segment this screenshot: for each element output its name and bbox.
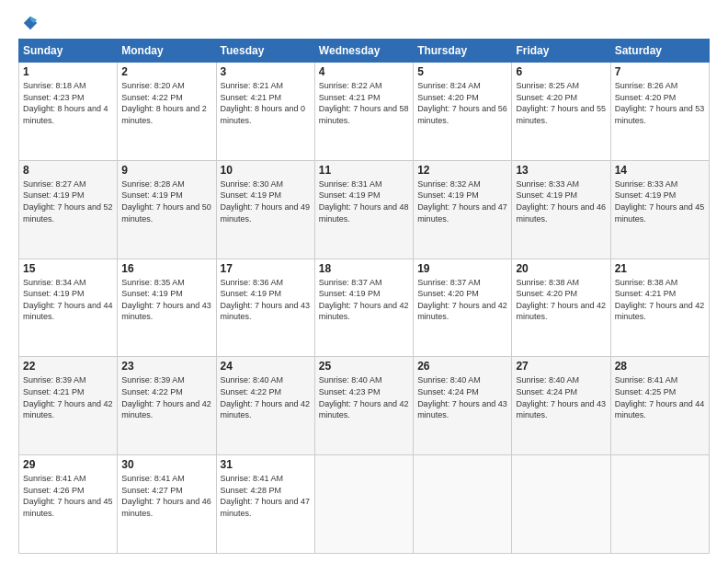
- day-number: 26: [417, 360, 507, 373]
- day-cell: 16 Sunrise: 8:35 AMSunset: 4:19 PMDaylig…: [118, 259, 216, 357]
- day-cell: 9 Sunrise: 8:28 AMSunset: 4:19 PMDayligh…: [118, 160, 216, 259]
- cell-text: Sunrise: 8:33 AMSunset: 4:19 PMDaylight:…: [615, 179, 705, 224]
- day-cell: 12 Sunrise: 8:32 AMSunset: 4:19 PMDaylig…: [414, 160, 512, 259]
- day-number: 18: [319, 262, 409, 275]
- day-number: 17: [221, 262, 311, 275]
- day-cell: 30 Sunrise: 8:41 AMSunset: 4:27 PMDaylig…: [118, 455, 216, 554]
- day-cell: 15 Sunrise: 8:34 AMSunset: 4:19 PMDaylig…: [19, 259, 118, 357]
- day-cell: 29 Sunrise: 8:41 AMSunset: 4:26 PMDaylig…: [19, 455, 118, 554]
- day-cell: 25 Sunrise: 8:40 AMSunset: 4:23 PMDaylig…: [314, 357, 413, 455]
- day-number: 1: [23, 65, 113, 78]
- day-cell: 2 Sunrise: 8:20 AMSunset: 4:22 PMDayligh…: [118, 63, 216, 161]
- cell-text: Sunrise: 8:24 AMSunset: 4:20 PMDaylight:…: [417, 81, 507, 125]
- day-cell: 13 Sunrise: 8:33 AMSunset: 4:19 PMDaylig…: [512, 160, 610, 259]
- day-cell: 24 Sunrise: 8:40 AMSunset: 4:22 PMDaylig…: [216, 357, 314, 455]
- day-cell: 5 Sunrise: 8:24 AMSunset: 4:20 PMDayligh…: [414, 63, 512, 161]
- cell-text: Sunrise: 8:32 AMSunset: 4:19 PMDaylight:…: [417, 179, 507, 224]
- day-number: 8: [23, 164, 113, 177]
- cell-text: Sunrise: 8:41 AMSunset: 4:27 PMDaylight:…: [121, 474, 211, 518]
- cell-text: Sunrise: 8:41 AMSunset: 4:26 PMDaylight:…: [23, 474, 113, 518]
- calendar-table: SundayMondayTuesdayWednesdayThursdayFrid…: [18, 39, 710, 554]
- logo: [18, 15, 39, 31]
- day-number: 11: [319, 164, 409, 177]
- day-number: 27: [516, 360, 606, 373]
- cell-text: Sunrise: 8:33 AMSunset: 4:19 PMDaylight:…: [516, 179, 606, 224]
- week-row-2: 8 Sunrise: 8:27 AMSunset: 4:19 PMDayligh…: [19, 160, 710, 259]
- cell-text: Sunrise: 8:41 AMSunset: 4:25 PMDaylight:…: [615, 375, 705, 419]
- day-number: 15: [23, 262, 113, 275]
- day-number: 10: [221, 164, 311, 177]
- cell-text: Sunrise: 8:22 AMSunset: 4:21 PMDaylight:…: [319, 81, 409, 125]
- day-cell: 22 Sunrise: 8:39 AMSunset: 4:21 PMDaylig…: [19, 357, 118, 455]
- day-number: 9: [121, 164, 211, 177]
- day-cell: 20 Sunrise: 8:38 AMSunset: 4:20 PMDaylig…: [512, 259, 610, 357]
- cell-text: Sunrise: 8:26 AMSunset: 4:20 PMDaylight:…: [615, 81, 705, 125]
- day-cell: 10 Sunrise: 8:30 AMSunset: 4:19 PMDaylig…: [216, 160, 314, 259]
- day-number: 7: [615, 65, 705, 78]
- day-number: 24: [221, 360, 311, 373]
- cell-text: Sunrise: 8:31 AMSunset: 4:19 PMDaylight:…: [319, 179, 409, 224]
- cell-text: Sunrise: 8:28 AMSunset: 4:19 PMDaylight:…: [121, 179, 211, 224]
- cell-text: Sunrise: 8:21 AMSunset: 4:21 PMDaylight:…: [221, 81, 306, 125]
- day-number: 5: [417, 65, 507, 78]
- day-number: 3: [221, 65, 311, 78]
- col-header-monday: Monday: [118, 40, 216, 63]
- day-cell: 23 Sunrise: 8:39 AMSunset: 4:22 PMDaylig…: [118, 357, 216, 455]
- day-cell: 4 Sunrise: 8:22 AMSunset: 4:21 PMDayligh…: [314, 63, 413, 161]
- cell-text: Sunrise: 8:34 AMSunset: 4:19 PMDaylight:…: [23, 278, 113, 322]
- logo-icon: [22, 15, 39, 31]
- day-cell: [610, 455, 709, 554]
- col-header-wednesday: Wednesday: [314, 40, 413, 63]
- day-cell: [314, 455, 413, 554]
- cell-text: Sunrise: 8:40 AMSunset: 4:24 PMDaylight:…: [516, 375, 606, 419]
- cell-text: Sunrise: 8:27 AMSunset: 4:19 PMDaylight:…: [23, 179, 113, 224]
- day-number: 12: [417, 164, 507, 177]
- day-cell: [414, 455, 512, 554]
- day-number: 2: [121, 65, 211, 78]
- day-number: 22: [23, 360, 113, 373]
- day-cell: 3 Sunrise: 8:21 AMSunset: 4:21 PMDayligh…: [216, 63, 314, 161]
- cell-text: Sunrise: 8:36 AMSunset: 4:19 PMDaylight:…: [221, 278, 311, 322]
- day-number: 23: [121, 360, 211, 373]
- cell-text: Sunrise: 8:40 AMSunset: 4:22 PMDaylight:…: [221, 375, 311, 419]
- col-header-sunday: Sunday: [19, 40, 118, 63]
- col-header-thursday: Thursday: [414, 40, 512, 63]
- cell-text: Sunrise: 8:30 AMSunset: 4:19 PMDaylight:…: [221, 179, 311, 224]
- day-cell: 7 Sunrise: 8:26 AMSunset: 4:20 PMDayligh…: [610, 63, 709, 161]
- day-cell: 1 Sunrise: 8:18 AMSunset: 4:23 PMDayligh…: [19, 63, 118, 161]
- day-number: 21: [615, 262, 705, 275]
- cell-text: Sunrise: 8:39 AMSunset: 4:21 PMDaylight:…: [23, 375, 113, 419]
- day-number: 14: [615, 164, 705, 177]
- cell-text: Sunrise: 8:40 AMSunset: 4:23 PMDaylight:…: [319, 375, 409, 419]
- week-row-3: 15 Sunrise: 8:34 AMSunset: 4:19 PMDaylig…: [19, 259, 710, 357]
- col-header-tuesday: Tuesday: [216, 40, 314, 63]
- day-number: 6: [516, 65, 606, 78]
- page: SundayMondayTuesdayWednesdayThursdayFrid…: [0, 0, 728, 563]
- day-cell: 11 Sunrise: 8:31 AMSunset: 4:19 PMDaylig…: [314, 160, 413, 259]
- day-cell: 6 Sunrise: 8:25 AMSunset: 4:20 PMDayligh…: [512, 63, 610, 161]
- day-number: 20: [516, 262, 606, 275]
- header: [18, 15, 710, 31]
- day-cell: 28 Sunrise: 8:41 AMSunset: 4:25 PMDaylig…: [610, 357, 709, 455]
- day-cell: [512, 455, 610, 554]
- cell-text: Sunrise: 8:41 AMSunset: 4:28 PMDaylight:…: [221, 474, 311, 518]
- day-number: 16: [121, 262, 211, 275]
- day-number: 28: [615, 360, 705, 373]
- cell-text: Sunrise: 8:38 AMSunset: 4:20 PMDaylight:…: [516, 278, 606, 322]
- cell-text: Sunrise: 8:35 AMSunset: 4:19 PMDaylight:…: [121, 278, 211, 322]
- day-number: 25: [319, 360, 409, 373]
- col-header-friday: Friday: [512, 40, 610, 63]
- day-cell: 21 Sunrise: 8:38 AMSunset: 4:21 PMDaylig…: [610, 259, 709, 357]
- day-cell: 14 Sunrise: 8:33 AMSunset: 4:19 PMDaylig…: [610, 160, 709, 259]
- cell-text: Sunrise: 8:20 AMSunset: 4:22 PMDaylight:…: [121, 81, 207, 125]
- day-cell: 27 Sunrise: 8:40 AMSunset: 4:24 PMDaylig…: [512, 357, 610, 455]
- cell-text: Sunrise: 8:40 AMSunset: 4:24 PMDaylight:…: [417, 375, 507, 419]
- day-cell: 19 Sunrise: 8:37 AMSunset: 4:20 PMDaylig…: [414, 259, 512, 357]
- day-cell: 26 Sunrise: 8:40 AMSunset: 4:24 PMDaylig…: [414, 357, 512, 455]
- day-cell: 18 Sunrise: 8:37 AMSunset: 4:19 PMDaylig…: [314, 259, 413, 357]
- header-row: SundayMondayTuesdayWednesdayThursdayFrid…: [19, 40, 710, 63]
- day-cell: 31 Sunrise: 8:41 AMSunset: 4:28 PMDaylig…: [216, 455, 314, 554]
- cell-text: Sunrise: 8:37 AMSunset: 4:19 PMDaylight:…: [319, 278, 409, 322]
- day-cell: 17 Sunrise: 8:36 AMSunset: 4:19 PMDaylig…: [216, 259, 314, 357]
- cell-text: Sunrise: 8:39 AMSunset: 4:22 PMDaylight:…: [121, 375, 211, 419]
